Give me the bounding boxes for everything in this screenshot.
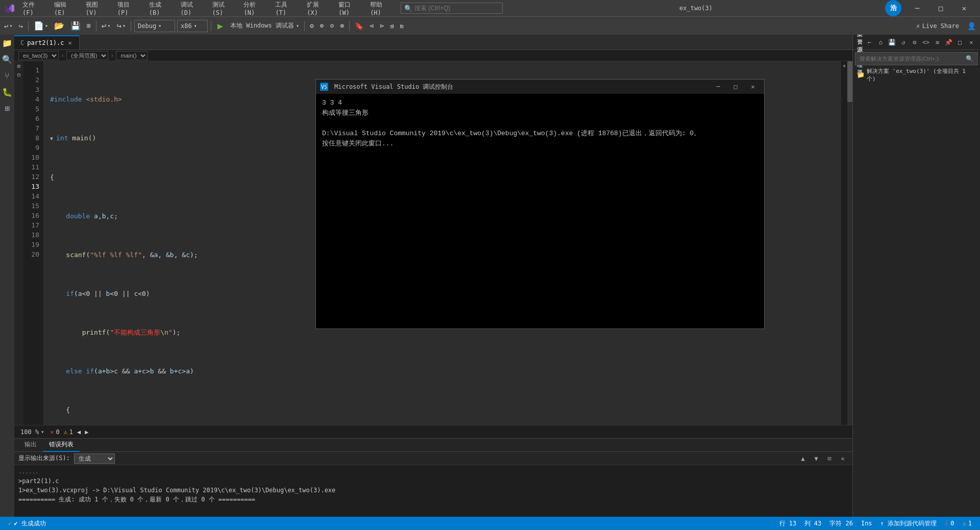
status-insert-mode[interactable]: Ins (857, 517, 876, 530)
platform-dropdown[interactable]: x86 ▾ (177, 20, 208, 32)
collapse-arrow-2[interactable]: ▼ (50, 134, 56, 143)
se-btn-settings[interactable]: ⚙ (910, 37, 919, 48)
toolbar-btn-5[interactable]: ⊲ (368, 20, 376, 32)
status-add-to-source[interactable]: ↑ 添加到源代码管理 (876, 517, 941, 530)
se-search-bar[interactable]: 🔍 (855, 52, 978, 65)
breadcrumb-function-select[interactable]: main() (116, 51, 148, 60)
indent-icon[interactable]: ⊟ (17, 72, 20, 78)
app: 文件(F) 编辑(E) 视图(V) 项目(P) 生成(B) 调试(D) 测试(S… (0, 0, 980, 530)
prev-button[interactable]: ◀ (77, 428, 81, 436)
se-search-input[interactable] (860, 56, 964, 62)
toolbar-bookmark[interactable]: 🔖 (353, 20, 365, 32)
menu-window[interactable]: 窗口(W) (334, 0, 365, 17)
toolbar-btn-7[interactable]: ⊴ (388, 20, 396, 32)
activity-debug-2[interactable]: 🐛 (1, 86, 13, 98)
debug-icon: ⚙ (310, 22, 314, 30)
debug-restore[interactable]: □ (728, 81, 743, 92)
toolbar-back[interactable]: ↩ ▾ (2, 20, 14, 32)
output-btn-1[interactable]: ▲ (797, 453, 808, 464)
menu-analyze[interactable]: 分析(N) (239, 0, 270, 17)
breadcrumb-project-select[interactable]: ex_two(3) (18, 51, 59, 60)
status-char[interactable]: 字符 26 (825, 517, 857, 530)
toolbar-save[interactable]: 💾 (68, 20, 83, 32)
output-btn-4[interactable]: ✕ (837, 453, 848, 464)
toolbar-btn-6[interactable]: ⊳ (378, 20, 386, 32)
breadcrumb-scope-select[interactable]: (全局范围) (66, 51, 108, 60)
output-btn-2[interactable]: ▼ (811, 453, 822, 464)
menu-extensions[interactable]: 扩展(X) (303, 0, 333, 17)
editor-scrollbar[interactable] (847, 61, 852, 425)
se-btn-refresh[interactable]: ↺ (899, 37, 908, 48)
restore-button[interactable]: □ (929, 0, 952, 16)
global-search-input[interactable] (414, 5, 481, 12)
toolbar-undo[interactable]: ↩ ▾ (100, 20, 113, 32)
menu-test[interactable]: 测试(S) (208, 0, 239, 17)
status-warnings[interactable]: ⚠ 1 (959, 517, 976, 530)
toolbar-btn-3[interactable]: ⊘ (328, 20, 336, 32)
toolbar-btn-2[interactable]: ⊕ (318, 20, 326, 32)
activity-git[interactable]: ⑂ (1, 69, 13, 82)
toolbar-redo[interactable]: ↪ ▾ (114, 20, 128, 32)
close-button[interactable]: ✕ (952, 0, 976, 16)
error-indicator[interactable]: ✕ 0 (50, 428, 59, 436)
zoom-dropdown[interactable]: ▾ (41, 429, 44, 435)
live-share-button[interactable]: ⚡ Live Share (912, 20, 963, 32)
activity-extensions[interactable]: ⊞ (1, 102, 13, 114)
se-btn-home[interactable]: ⌂ (876, 37, 885, 48)
minimize-button[interactable]: ─ (905, 0, 929, 16)
zoom-expand[interactable]: + (841, 61, 847, 71)
output-tab-output[interactable]: 错误列表 (43, 439, 80, 452)
run-button[interactable]: ▶ (214, 20, 226, 31)
menu-view[interactable]: 视图(V) (82, 0, 112, 17)
output-source-select[interactable]: 生成 (74, 453, 115, 464)
se-btn-save[interactable]: 💾 (887, 37, 896, 48)
toolbar-save-all[interactable]: ⊞ (85, 20, 93, 32)
menu-project[interactable]: 项目(P) (113, 0, 144, 17)
toolbar-forward[interactable]: ↪ (16, 20, 24, 32)
status-line-col[interactable]: 行 13 列 43 (775, 517, 826, 530)
toolbar-btn-1[interactable]: ⚙ (308, 20, 316, 32)
output-tab-errors[interactable]: 输出 (18, 439, 43, 452)
run-label[interactable]: 本地 Windows 调试器 ▾ (228, 21, 301, 30)
activity-explorer[interactable]: 📁 (1, 37, 13, 49)
toolbar-icon-3: ⊘ (330, 22, 334, 30)
toolbar-new[interactable]: 📄 ▾ (32, 20, 50, 32)
menu-tools[interactable]: 工具(T) (271, 0, 302, 17)
se-solution-item[interactable]: 📁 解决方案 'ex_two(3)' (全项目共 1 个) (853, 69, 980, 81)
status-errors[interactable]: ✕ 0 (941, 517, 958, 530)
toolbar-btn-4[interactable]: ⊛ (338, 20, 347, 32)
run-dropdown-arrow[interactable]: ▾ (296, 23, 299, 29)
toolbar-open[interactable]: 📂 (52, 20, 66, 32)
tab-close[interactable]: ✕ (67, 39, 72, 46)
dropdown-arrow[interactable]: ▾ (9, 23, 12, 29)
activity-search[interactable]: 🔍 (1, 53, 13, 65)
menu-build[interactable]: 生成(B) (145, 0, 176, 17)
toolbar-icon-6: ⊳ (380, 22, 384, 30)
debug-close[interactable]: ✕ (746, 81, 760, 92)
scroll-thumb[interactable] (847, 61, 852, 102)
se-btn-more[interactable]: ≡ (933, 37, 942, 48)
se-btn-expand[interactable]: □ (955, 37, 965, 48)
fold-icon[interactable]: ⊞ (17, 63, 20, 69)
menu-help[interactable]: 帮助(H) (366, 0, 397, 17)
user-avatar[interactable]: 浩 (885, 0, 901, 16)
se-btn-code[interactable]: <> (921, 37, 930, 48)
next-button[interactable]: ▶ (85, 428, 88, 436)
se-btn-pin[interactable]: 📌 (944, 37, 953, 48)
build-success-indicator[interactable]: ✔ ✔ 生成成功 (4, 517, 50, 530)
se-btn-back[interactable]: ← (865, 37, 874, 48)
menu-debug[interactable]: 调试(D) (177, 0, 207, 17)
zoom-level[interactable]: 100 % ▾ (18, 428, 46, 436)
menu-file[interactable]: 文件(F) (18, 0, 49, 17)
toolbar-profile[interactable]: 👤 (965, 20, 978, 32)
debug-minimize[interactable]: ─ (711, 81, 725, 92)
warning-indicator[interactable]: ⚠ 1 (64, 428, 73, 436)
se-btn-close[interactable]: ✕ (967, 37, 976, 48)
debug-config-dropdown[interactable]: Debug ▾ (134, 20, 175, 32)
output-btn-3[interactable]: ⊡ (824, 453, 835, 464)
global-search-bar[interactable]: 🔍 (401, 3, 503, 14)
errors-tab-label: 输出 (24, 440, 37, 449)
tab-part2[interactable]: C part2(1).c ✕ (14, 35, 80, 49)
menu-edit[interactable]: 编辑(E) (50, 0, 81, 17)
toolbar-btn-8[interactable]: ⊵ (398, 20, 406, 32)
